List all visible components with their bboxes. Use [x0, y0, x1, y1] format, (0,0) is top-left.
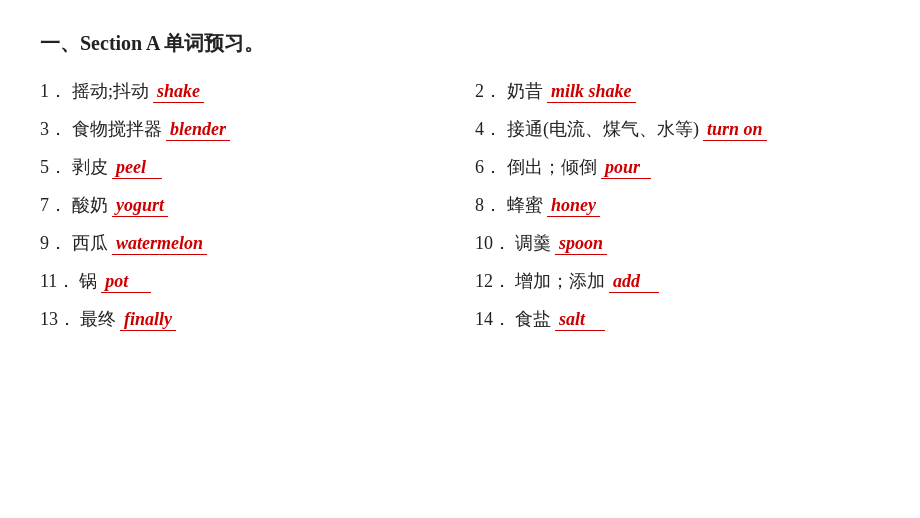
- item-answer: shake: [153, 81, 204, 103]
- item-number: 9．: [40, 231, 68, 255]
- title-suffix: 单词预习。: [159, 32, 264, 54]
- vocab-item: 5． 剥皮 peel: [40, 155, 445, 179]
- vocab-item: 9． 西瓜 watermelon: [40, 231, 445, 255]
- vocab-item: 7． 酸奶 yogurt: [40, 193, 445, 217]
- vocab-item: 2． 奶昔 milk shake: [475, 79, 880, 103]
- item-number: 10．: [475, 231, 511, 255]
- item-chinese: 接通(电流、煤气、水等): [507, 117, 699, 141]
- item-number: 11．: [40, 269, 75, 293]
- item-number: 7．: [40, 193, 68, 217]
- item-chinese: 西瓜: [72, 231, 108, 255]
- section-title: 一、Section A 单词预习。: [40, 30, 880, 57]
- item-chinese: 食物搅拌器: [72, 117, 162, 141]
- item-number: 4．: [475, 117, 503, 141]
- item-chinese: 奶昔: [507, 79, 543, 103]
- item-chinese: 酸奶: [72, 193, 108, 217]
- item-number: 5．: [40, 155, 68, 179]
- title-bold: Section A: [80, 32, 159, 54]
- item-answer: add: [609, 271, 659, 293]
- page: 一、Section A 单词预习。 1． 摇动;抖动 shake 2． 奶昔 m…: [0, 0, 920, 351]
- item-chinese: 最终: [80, 307, 116, 331]
- item-chinese: 锅: [79, 269, 97, 293]
- item-number: 1．: [40, 79, 68, 103]
- item-chinese: 食盐: [515, 307, 551, 331]
- vocab-item: 8． 蜂蜜 honey: [475, 193, 880, 217]
- item-answer: milk shake: [547, 81, 636, 103]
- item-chinese: 调羹: [515, 231, 551, 255]
- item-chinese: 增加；添加: [515, 269, 605, 293]
- vocab-item: 12． 增加；添加 add: [475, 269, 880, 293]
- item-answer: peel: [112, 157, 162, 179]
- vocab-item: 11． 锅 pot: [40, 269, 445, 293]
- item-answer: salt: [555, 309, 605, 331]
- item-number: 14．: [475, 307, 511, 331]
- item-answer: finally: [120, 309, 176, 331]
- item-number: 6．: [475, 155, 503, 179]
- vocab-item: 3． 食物搅拌器 blender: [40, 117, 445, 141]
- vocab-item: 14． 食盐 salt: [475, 307, 880, 331]
- item-number: 2．: [475, 79, 503, 103]
- item-answer: watermelon: [112, 233, 207, 255]
- item-number: 3．: [40, 117, 68, 141]
- item-chinese: 剥皮: [72, 155, 108, 179]
- vocab-grid: 1． 摇动;抖动 shake 2． 奶昔 milk shake 3． 食物搅拌器…: [40, 79, 880, 331]
- vocab-item: 13． 最终 finally: [40, 307, 445, 331]
- item-answer: spoon: [555, 233, 607, 255]
- item-answer: turn on: [703, 119, 767, 141]
- item-number: 13．: [40, 307, 76, 331]
- vocab-item: 4． 接通(电流、煤气、水等) turn on: [475, 117, 880, 141]
- vocab-item: 6． 倒出；倾倒 pour: [475, 155, 880, 179]
- title-prefix: 一、: [40, 32, 80, 54]
- item-chinese: 倒出；倾倒: [507, 155, 597, 179]
- vocab-item: 1． 摇动;抖动 shake: [40, 79, 445, 103]
- item-answer: yogurt: [112, 195, 168, 217]
- item-answer: pour: [601, 157, 651, 179]
- item-answer: blender: [166, 119, 230, 141]
- item-chinese: 摇动;抖动: [72, 79, 149, 103]
- item-answer: honey: [547, 195, 600, 217]
- vocab-item: 10． 调羹 spoon: [475, 231, 880, 255]
- item-answer: pot: [101, 271, 151, 293]
- item-number: 8．: [475, 193, 503, 217]
- item-number: 12．: [475, 269, 511, 293]
- item-chinese: 蜂蜜: [507, 193, 543, 217]
